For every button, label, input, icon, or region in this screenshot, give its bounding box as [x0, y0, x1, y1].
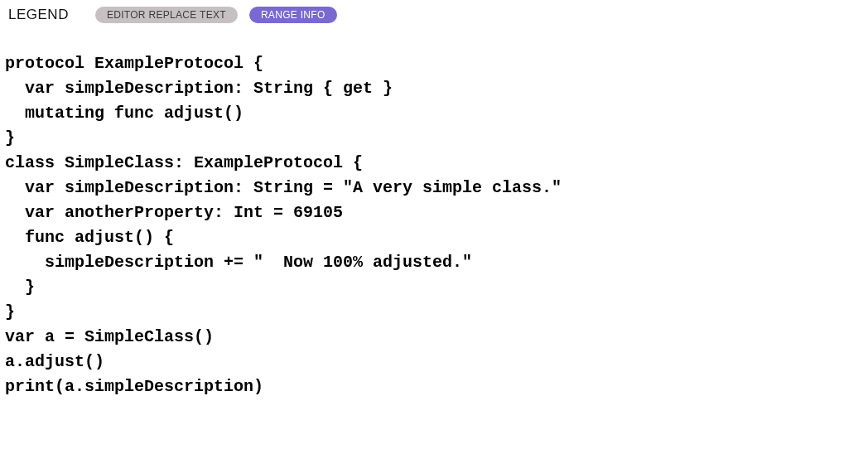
legend-header: LEGEND EDITOR REPLACE TEXT RANGE INFO — [0, 0, 868, 28]
code-line: var anotherProperty: Int = 69105 — [5, 200, 868, 225]
code-block: protocol ExampleProtocol { var simpleDes… — [0, 28, 868, 399]
code-line: var simpleDescription: String { get } — [5, 76, 868, 101]
code-line: } — [5, 126, 868, 151]
code-line: a.adjust() — [5, 350, 868, 374]
code-line: print(a.simpleDescription) — [5, 374, 868, 399]
code-line: simpleDescription += " Now 100% adjusted… — [5, 250, 868, 275]
code-line: func adjust() { — [5, 225, 868, 250]
code-line: } — [5, 275, 868, 300]
code-line: class SimpleClass: ExampleProtocol { — [5, 151, 868, 176]
range-info-pill[interactable]: RANGE INFO — [249, 7, 337, 23]
code-line: mutating func adjust() — [5, 101, 868, 126]
code-line: } — [5, 300, 868, 325]
legend-title: LEGEND — [8, 7, 69, 23]
code-line: var a = SimpleClass() — [5, 325, 868, 350]
code-line: var simpleDescription: String = "A very … — [5, 176, 868, 200]
code-line: protocol ExampleProtocol { — [5, 51, 868, 76]
editor-replace-text-pill[interactable]: EDITOR REPLACE TEXT — [95, 7, 238, 23]
